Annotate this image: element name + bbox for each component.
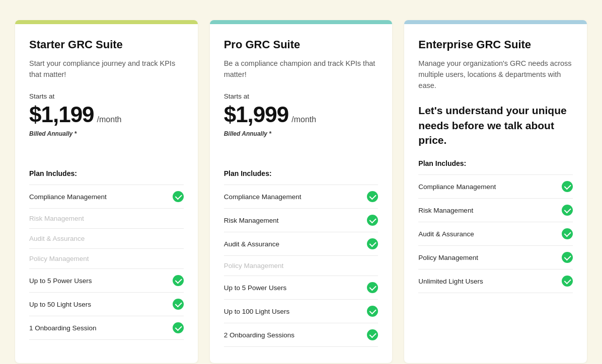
plan-includes-label-starter: Plan Includes: bbox=[29, 169, 184, 177]
feature-list-starter: Compliance ManagementRisk ManagementAudi… bbox=[29, 185, 184, 340]
feature-item-pro-2: Audit & Assurance bbox=[224, 232, 379, 256]
card-top-bar-pro bbox=[210, 20, 393, 24]
feature-label-starter-4: Up to 5 Power Users bbox=[29, 277, 92, 285]
feature-item-enterprise-0: Compliance Management bbox=[418, 175, 573, 199]
feature-label-enterprise-0: Compliance Management bbox=[418, 183, 496, 191]
price-amount-pro: $1,999 bbox=[224, 102, 289, 127]
feature-item-enterprise-4: Unlimited Light Users bbox=[418, 269, 573, 293]
price-amount-starter: $1,199 bbox=[29, 102, 94, 127]
pricing-card-enterprise: Enterprise GRC SuiteManage your organiza… bbox=[404, 20, 587, 363]
check-icon-enterprise-2 bbox=[562, 228, 573, 239]
feature-label-pro-5: Up to 100 Light Users bbox=[224, 308, 290, 315]
card-body-enterprise: Enterprise GRC SuiteManage your organiza… bbox=[404, 24, 587, 309]
check-icon-starter-0 bbox=[173, 191, 184, 202]
plan-description-pro: Be a compliance champion and track KPIs … bbox=[224, 58, 379, 80]
price-period-pro: /month bbox=[291, 115, 316, 124]
billed-annually-starter: Billed Annually * bbox=[29, 130, 184, 137]
check-icon-enterprise-0 bbox=[562, 181, 573, 192]
card-top-bar-enterprise bbox=[404, 20, 587, 24]
feature-item-starter-0: Compliance Management bbox=[29, 185, 184, 209]
feature-item-pro-6: 2 Onboarding Sessions bbox=[224, 323, 379, 347]
check-icon-enterprise-3 bbox=[562, 252, 573, 263]
feature-item-enterprise-1: Risk Management bbox=[418, 199, 573, 222]
check-icon-pro-5 bbox=[367, 306, 378, 317]
feature-item-enterprise-2: Audit & Assurance bbox=[418, 222, 573, 246]
pricing-card-pro: Pro GRC SuiteBe a compliance champion an… bbox=[210, 20, 393, 363]
feature-label-pro-4: Up to 5 Power Users bbox=[224, 284, 287, 292]
plan-title-pro: Pro GRC Suite bbox=[224, 38, 379, 51]
feature-item-starter-1: Risk Management bbox=[29, 209, 184, 229]
feature-label-pro-2: Audit & Assurance bbox=[224, 240, 279, 248]
feature-label-pro-6: 2 Onboarding Sessions bbox=[224, 331, 294, 339]
feature-item-pro-1: Risk Management bbox=[224, 209, 379, 232]
feature-label-starter-1: Risk Management bbox=[29, 215, 84, 222]
card-body-starter: Starter GRC SuiteStart your compliance j… bbox=[15, 24, 198, 356]
feature-item-pro-5: Up to 100 Light Users bbox=[224, 300, 379, 323]
check-icon-starter-5 bbox=[173, 299, 184, 310]
feature-label-pro-3: Policy Management bbox=[224, 262, 284, 269]
plan-title-starter: Starter GRC Suite bbox=[29, 38, 184, 51]
feature-label-enterprise-4: Unlimited Light Users bbox=[418, 278, 483, 285]
check-icon-pro-2 bbox=[367, 238, 378, 249]
plan-description-enterprise: Manage your organization's GRC needs acr… bbox=[418, 58, 573, 91]
check-icon-starter-4 bbox=[173, 275, 184, 286]
starts-at-starter: Starts at bbox=[29, 93, 184, 100]
feature-list-pro: Compliance ManagementRisk ManagementAudi… bbox=[224, 185, 379, 347]
feature-label-pro-1: Risk Management bbox=[224, 217, 279, 224]
check-icon-pro-6 bbox=[367, 329, 378, 340]
plan-includes-label-enterprise: Plan Includes: bbox=[418, 159, 573, 167]
plan-title-enterprise: Enterprise GRC Suite bbox=[418, 38, 573, 51]
feature-item-starter-2: Audit & Assurance bbox=[29, 229, 184, 249]
feature-item-pro-0: Compliance Management bbox=[224, 185, 379, 209]
feature-label-enterprise-3: Policy Management bbox=[418, 254, 478, 261]
feature-label-enterprise-1: Risk Management bbox=[418, 207, 473, 214]
feature-item-starter-5: Up to 50 Light Users bbox=[29, 293, 184, 316]
feature-item-pro-4: Up to 5 Power Users bbox=[224, 276, 379, 300]
starts-at-pro: Starts at bbox=[224, 93, 379, 100]
check-icon-pro-4 bbox=[367, 282, 378, 293]
card-top-bar-starter bbox=[15, 20, 198, 24]
feature-item-starter-6: 1 Onboarding Session bbox=[29, 316, 184, 340]
feature-item-starter-4: Up to 5 Power Users bbox=[29, 269, 184, 293]
check-icon-pro-1 bbox=[367, 215, 378, 226]
price-row-pro: $1,999/month bbox=[224, 102, 379, 127]
pricing-card-starter: Starter GRC SuiteStart your compliance j… bbox=[15, 20, 198, 363]
price-row-starter: $1,199/month bbox=[29, 102, 184, 127]
billed-annually-pro: Billed Annually * bbox=[224, 130, 379, 137]
custom-price-label-enterprise: Let's understand your unique needs befor… bbox=[418, 103, 573, 147]
check-icon-starter-6 bbox=[173, 322, 184, 333]
feature-item-starter-3: Policy Management bbox=[29, 249, 184, 269]
feature-label-starter-5: Up to 50 Light Users bbox=[29, 301, 91, 308]
feature-list-enterprise: Compliance ManagementRisk ManagementAudi… bbox=[418, 174, 573, 293]
feature-label-starter-3: Policy Management bbox=[29, 255, 89, 262]
feature-item-pro-3: Policy Management bbox=[224, 256, 379, 276]
check-icon-enterprise-4 bbox=[562, 276, 573, 287]
plan-description-starter: Start your compliance journey and track … bbox=[29, 58, 184, 80]
feature-item-enterprise-3: Policy Management bbox=[418, 246, 573, 269]
feature-label-pro-0: Compliance Management bbox=[224, 193, 302, 201]
feature-label-starter-2: Audit & Assurance bbox=[29, 235, 85, 242]
feature-label-starter-6: 1 Onboarding Session bbox=[29, 324, 97, 332]
price-period-starter: /month bbox=[97, 115, 122, 124]
card-body-pro: Pro GRC SuiteBe a compliance champion an… bbox=[210, 24, 393, 363]
plan-includes-label-pro: Plan Includes: bbox=[224, 169, 379, 177]
check-icon-enterprise-1 bbox=[562, 205, 573, 216]
pricing-container: Starter GRC SuiteStart your compliance j… bbox=[15, 20, 587, 363]
feature-label-starter-0: Compliance Management bbox=[29, 193, 107, 201]
feature-label-enterprise-2: Audit & Assurance bbox=[418, 230, 474, 238]
check-icon-pro-0 bbox=[367, 191, 378, 202]
